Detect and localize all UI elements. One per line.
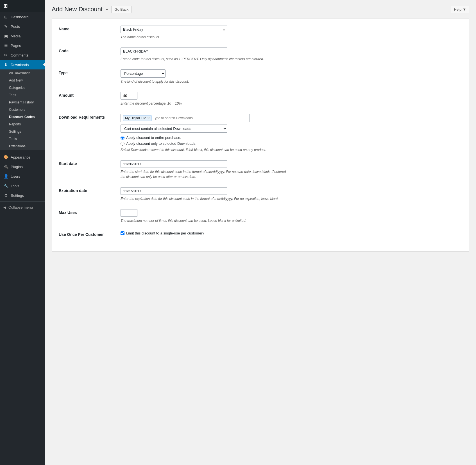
submenu-tags[interactable]: Tags bbox=[0, 91, 45, 99]
use-once-checkbox[interactable] bbox=[121, 231, 124, 235]
title-row: Add New Discount - Go Back bbox=[52, 6, 132, 13]
amount-input[interactable] bbox=[121, 92, 137, 100]
start-date-label: Start date bbox=[59, 160, 121, 166]
start-date-input[interactable] bbox=[121, 160, 227, 168]
page-title: Add New Discount bbox=[52, 6, 103, 13]
divider2 bbox=[0, 201, 45, 202]
sidebar-item-downloads[interactable]: ⬇ Downloads bbox=[0, 60, 45, 69]
expiration-date-row: Expiration date Enter the expiration dat… bbox=[59, 187, 462, 201]
sidebar-item-pages[interactable]: ☰ Pages bbox=[0, 41, 45, 50]
radio-row-1: Apply discount to entire purchase. bbox=[121, 136, 462, 140]
cart-condition-select[interactable]: Cart must contain all selected Downloads… bbox=[121, 125, 227, 133]
name-row: Name ≡ The name of this discount bbox=[59, 26, 462, 40]
sidebar-item-label: Users bbox=[11, 174, 20, 179]
radio-label-2: Apply discount only to selected Download… bbox=[126, 141, 196, 146]
sidebar-item-comments[interactable]: ✉ Comments bbox=[0, 50, 45, 60]
download-requirements-label: Download Requirements bbox=[59, 114, 121, 119]
radio-entire-purchase[interactable] bbox=[121, 136, 124, 140]
tag-remove-button[interactable]: ✕ bbox=[147, 116, 150, 120]
name-input-wrap: ≡ bbox=[121, 26, 227, 33]
sidebar-item-settings[interactable]: ⚙ Settings bbox=[0, 191, 45, 200]
sidebar-item-posts[interactable]: ✎ Posts bbox=[0, 22, 45, 31]
submenu-categories[interactable]: Categories bbox=[0, 84, 45, 91]
comments-icon: ✉ bbox=[3, 53, 8, 57]
max-uses-row: Max Uses The maximum number of times thi… bbox=[59, 209, 462, 223]
wp-icon: ⊞ bbox=[3, 3, 8, 9]
sidebar-item-appearance[interactable]: 🎨 Appearance bbox=[0, 152, 45, 162]
media-icon: ▣ bbox=[3, 34, 8, 38]
sidebar-item-users[interactable]: 👤 Users bbox=[0, 171, 45, 181]
code-field: Enter a code for this discount, such as … bbox=[121, 48, 462, 62]
submenu-extensions[interactable]: Extensions bbox=[0, 143, 45, 150]
sidebar-item-label: Appearance bbox=[11, 155, 30, 159]
sidebar-item-tools[interactable]: 🔧 Tools bbox=[0, 181, 45, 191]
submenu-discount-codes[interactable]: Discount Codes bbox=[0, 113, 45, 121]
download-requirements-hint: Select Downloads relevant to this discou… bbox=[121, 147, 289, 152]
page-header: Add New Discount - Go Back Help ▼ bbox=[52, 6, 469, 13]
code-input[interactable] bbox=[121, 48, 227, 55]
tag-input-wrap[interactable]: My Digital File ✕ bbox=[121, 114, 250, 122]
amount-label: Amount bbox=[59, 92, 121, 98]
use-once-label: Use Once Per Customer bbox=[59, 231, 121, 237]
submenu-all-downloads[interactable]: All Downloads bbox=[0, 69, 45, 77]
sidebar-item-label: Posts bbox=[11, 24, 20, 29]
appearance-icon: 🎨 bbox=[3, 155, 8, 159]
tag-pill: My Digital File ✕ bbox=[123, 115, 152, 121]
sidebar: ⊞ ⊞ Dashboard ✎ Posts ▣ Media ☰ Pages ✉ … bbox=[0, 0, 45, 465]
help-label: Help bbox=[454, 7, 461, 12]
sidebar-item-dashboard[interactable]: ⊞ Dashboard bbox=[0, 12, 45, 22]
collapse-icon: ◀ bbox=[3, 205, 6, 209]
expiration-date-label: Expiration date bbox=[59, 187, 121, 193]
go-back-button[interactable]: Go Back bbox=[111, 6, 132, 13]
submenu-tools[interactable]: Tools bbox=[0, 135, 45, 143]
max-uses-input[interactable] bbox=[121, 209, 137, 217]
plugins-icon: 🔌 bbox=[3, 164, 8, 169]
radio-selected-downloads[interactable] bbox=[121, 142, 124, 146]
radio-label-1: Apply discount to entire purchase. bbox=[126, 136, 181, 140]
sidebar-item-label: Pages bbox=[11, 44, 21, 48]
type-select[interactable]: Flat Percentage bbox=[121, 69, 166, 78]
submenu-customers[interactable]: Customers bbox=[0, 106, 45, 113]
sidebar-item-plugins[interactable]: 🔌 Plugins bbox=[0, 162, 45, 171]
collapse-menu-button[interactable]: ◀ Collapse menu bbox=[0, 203, 45, 212]
help-arrow-icon: ▼ bbox=[463, 7, 466, 12]
type-hint: The kind of discount to apply for this d… bbox=[121, 79, 289, 84]
expiration-date-input[interactable] bbox=[121, 187, 227, 195]
type-row: Type Flat Percentage The kind of discoun… bbox=[59, 69, 462, 84]
code-hint: Enter a code for this discount, such as … bbox=[121, 57, 289, 62]
name-label: Name bbox=[59, 26, 121, 31]
radio-row-2: Apply discount only to selected Download… bbox=[121, 141, 462, 146]
submenu-add-new[interactable]: Add New bbox=[0, 77, 45, 84]
sidebar-item-media[interactable]: ▣ Media bbox=[0, 31, 45, 41]
name-input[interactable] bbox=[121, 26, 227, 33]
tag-search-input[interactable] bbox=[153, 116, 247, 120]
use-once-checkbox-row: Limit this discount to a single-use per … bbox=[121, 231, 462, 235]
sidebar-item-label: Tools bbox=[11, 184, 19, 188]
amount-row: Amount Enter the discount percentage. 10… bbox=[59, 92, 462, 106]
name-field-icon: ≡ bbox=[223, 27, 225, 32]
start-date-field: Enter the start date for this discount c… bbox=[121, 160, 462, 179]
sidebar-item-label: Settings bbox=[11, 193, 24, 198]
submenu-payment-history[interactable]: Payment History bbox=[0, 99, 45, 106]
sidebar-item-label: Media bbox=[11, 34, 21, 38]
posts-icon: ✎ bbox=[3, 24, 8, 29]
pages-icon: ☰ bbox=[3, 43, 8, 48]
name-field: ≡ The name of this discount bbox=[121, 26, 462, 40]
help-button[interactable]: Help ▼ bbox=[451, 6, 469, 13]
main-content: Add New Discount - Go Back Help ▼ Name ≡… bbox=[45, 0, 476, 465]
start-date-hint: Enter the start date for this discount c… bbox=[121, 169, 289, 179]
expiration-date-field: Enter the expiration date for this disco… bbox=[121, 187, 462, 201]
downloads-submenu: All Downloads Add New Categories Tags Pa… bbox=[0, 69, 45, 150]
type-label: Type bbox=[59, 69, 121, 75]
amount-field: Enter the discount percentage. 10 = 10% bbox=[121, 92, 462, 106]
sidebar-item-label: Downloads bbox=[11, 63, 29, 67]
name-hint: The name of this discount bbox=[121, 35, 289, 40]
users-icon: 👤 bbox=[3, 174, 8, 179]
max-uses-field: The maximum number of times this discoun… bbox=[121, 209, 462, 223]
type-field: Flat Percentage The kind of discount to … bbox=[121, 69, 462, 84]
active-indicator bbox=[43, 62, 45, 67]
submenu-reports[interactable]: Reports bbox=[0, 121, 45, 128]
submenu-settings[interactable]: Settings bbox=[0, 128, 45, 135]
settings-icon: ⚙ bbox=[3, 193, 8, 198]
radio-group: Apply discount to entire purchase. Apply… bbox=[121, 136, 462, 146]
